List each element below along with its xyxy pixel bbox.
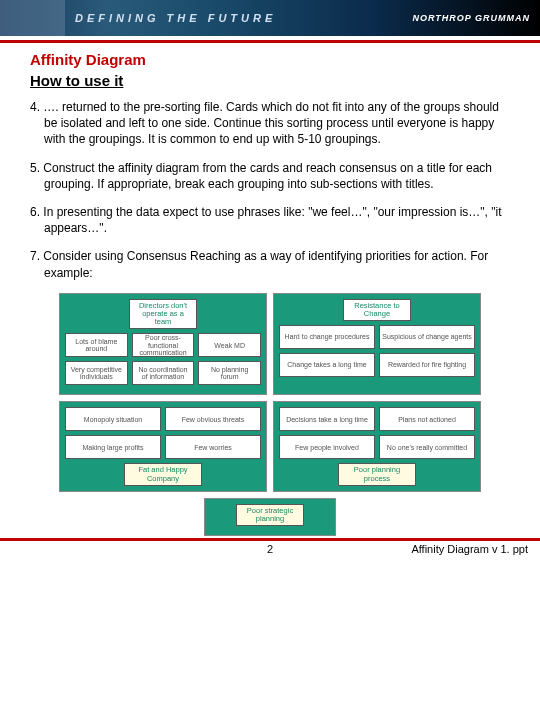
group-title: Poor strategic planning [236, 504, 304, 527]
page-number: 2 [267, 543, 273, 555]
group-poor-planning: Decisions take a long time Plans not act… [273, 401, 481, 492]
card: Weak MD [198, 333, 261, 357]
step-5: 5. Construct the affinity diagram from t… [30, 160, 510, 192]
affinity-diagram: Directors don't operate as a team Lots o… [50, 293, 490, 537]
group-resistance: Resistance to Change Hard to change proc… [273, 293, 481, 396]
card: No planning forum [198, 361, 261, 385]
card: Making large profits [65, 435, 161, 459]
group-directors: Directors don't operate as a team Lots o… [59, 293, 267, 396]
banner-tagline: DEFINING THE FUTURE [75, 12, 276, 24]
card: Lots of blame around [65, 333, 128, 357]
card: No coordination of information [132, 361, 195, 385]
header-banner: DEFINING THE FUTURE NORTHROP GRUMMAN [0, 0, 540, 36]
card: Few people involved [279, 435, 375, 459]
group-title: Resistance to Change [343, 299, 411, 322]
step-4: 4. …. returned to the pre-sorting file. … [30, 99, 510, 148]
page-title: Affinity Diagram [30, 51, 510, 68]
group-title: Fat and Happy Company [124, 463, 202, 486]
page-subtitle: How to use it [30, 72, 510, 89]
step-7: 7. Consider using Consensus Reaching as … [30, 248, 510, 280]
card: Decisions take a long time [279, 407, 375, 431]
card: Poor cross-functional communication [132, 333, 195, 357]
card: Change takes a long time [279, 353, 375, 377]
group-title: Poor planning process [338, 463, 416, 486]
group-title: Directors don't operate as a team [129, 299, 197, 330]
group-bottom-summary: Poor strategic planning [204, 498, 336, 537]
card: Rewarded for fire fighting [379, 353, 475, 377]
group-fat-happy: Monopoly situation Few obvious threats M… [59, 401, 267, 492]
banner-texture [0, 0, 65, 36]
footer-filename: Affinity Diagram v 1. ppt [411, 543, 528, 555]
footer: 2 Affinity Diagram v 1. ppt [0, 541, 540, 565]
card: Few obvious threats [165, 407, 261, 431]
card: No one's really committed [379, 435, 475, 459]
company-logo: NORTHROP GRUMMAN [413, 13, 531, 23]
card: Few worries [165, 435, 261, 459]
card: Suspicious of change agents [379, 325, 475, 349]
card: Hard to change procedures [279, 325, 375, 349]
page-content: Affinity Diagram How to use it 4. …. ret… [0, 43, 540, 536]
card: Monopoly situation [65, 407, 161, 431]
card: Very competitive individuals [65, 361, 128, 385]
card: Plans not actioned [379, 407, 475, 431]
step-6: 6. In presenting the data expect to use … [30, 204, 510, 236]
